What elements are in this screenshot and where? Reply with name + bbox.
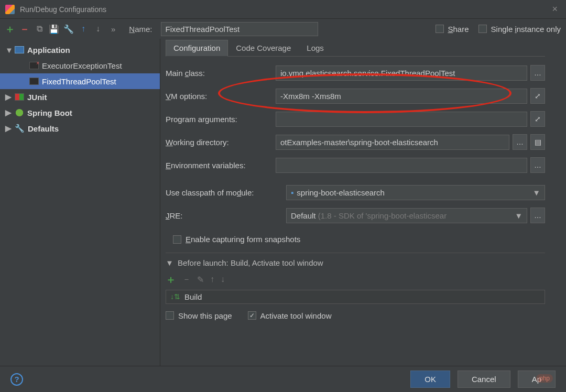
tree-label: Spring Boot: [27, 108, 72, 117]
tree-node-spring-boot[interactable]: ▶ Spring Boot: [0, 105, 160, 121]
move-task-up-icon[interactable]: ↑: [210, 275, 214, 284]
program-args-input[interactable]: [276, 112, 527, 127]
checkbox-icon: [478, 25, 487, 33]
expand-args-button[interactable]: ⤢: [530, 111, 545, 127]
window-title: Run/Debug Configurations: [20, 5, 549, 14]
classpath-label: Use classpath of module:: [166, 188, 286, 197]
name-input[interactable]: [161, 22, 318, 36]
activate-tool-checkbox[interactable]: Activate tool window: [248, 311, 332, 320]
build-task-row[interactable]: ↓⇅ Build: [166, 290, 545, 304]
program-args-label: Program arguments:: [166, 115, 276, 124]
java-error-icon: [29, 62, 39, 69]
more-icon[interactable]: »: [111, 25, 115, 34]
name-label: Name:: [129, 25, 152, 34]
before-launch-toolbar: ＋ － ✎ ↑ ↓: [166, 273, 545, 287]
classpath-select[interactable]: ▪ spring-boot-elasticsearch ▼: [286, 185, 545, 200]
dialog-footer: ? OK Cancel Ap php: [0, 366, 566, 392]
tab-logs[interactable]: Logs: [299, 40, 332, 56]
spring-icon: [15, 109, 24, 116]
activate-tool-label: Activate tool window: [260, 311, 332, 320]
single-instance-checkbox[interactable]: Single instance only: [478, 25, 561, 34]
main-class-input[interactable]: [276, 66, 527, 81]
env-vars-label: Environment variables:: [166, 161, 276, 170]
expand-icon: ▶: [5, 108, 12, 117]
title-bar: Run/Debug Configurations ×: [0, 0, 566, 19]
config-tree: ▼ Application ExecutorExceptionTest Fixe…: [0, 39, 160, 366]
tree-label: ExecutorExceptionTest: [42, 61, 122, 70]
snapshots-checkbox[interactable]: Enable capturing form snapshots: [173, 235, 300, 244]
working-dir-label: Working directory:: [166, 138, 276, 147]
toolbar: ＋ － ⧉ 💾 🔧 ↑ ↓ » Name: Share Single insta…: [0, 19, 566, 39]
add-config-icon[interactable]: ＋: [5, 24, 15, 34]
expand-icon: ▼: [166, 258, 173, 267]
expand-vm-options-button[interactable]: ⤢: [530, 88, 545, 104]
apply-button[interactable]: Ap php: [518, 371, 556, 388]
expand-icon: ▼: [5, 46, 12, 55]
share-checkbox[interactable]: Share: [436, 25, 469, 34]
history-working-dir-button[interactable]: ▤: [530, 134, 545, 150]
browse-jre-button[interactable]: …: [530, 208, 545, 223]
checkbox-checked-icon: [248, 311, 256, 320]
help-icon[interactable]: ?: [10, 373, 23, 386]
checkbox-icon: [166, 311, 174, 320]
module-icon: ▪: [291, 188, 293, 197]
ok-button[interactable]: OK: [410, 371, 450, 388]
tabs: Configuration Code Coverage Logs: [166, 40, 545, 57]
app-icon: [5, 5, 15, 14]
browse-main-class-button[interactable]: …: [530, 65, 545, 81]
edit-task-icon[interactable]: ✎: [197, 275, 204, 285]
application-icon: [15, 46, 24, 53]
before-launch-title[interactable]: ▼ Before launch: Build, Activate tool wi…: [166, 258, 545, 267]
move-down-icon[interactable]: ↓: [93, 24, 103, 34]
cancel-button[interactable]: Cancel: [458, 371, 510, 388]
junit-icon: [15, 93, 24, 101]
checkbox-icon: [173, 235, 181, 244]
env-vars-input[interactable]: [276, 158, 527, 173]
copy-config-icon[interactable]: ⧉: [35, 24, 44, 34]
tree-node-junit[interactable]: ▶ JUnit: [0, 89, 160, 105]
move-task-down-icon[interactable]: ↓: [221, 275, 225, 284]
add-task-icon[interactable]: ＋: [166, 273, 176, 287]
tree-label: Defaults: [28, 124, 59, 133]
browse-env-button[interactable]: …: [530, 157, 545, 173]
tree-node-fixed-thread-pool[interactable]: FixedThreadPoolTest: [0, 73, 160, 89]
expand-icon: ▶: [5, 124, 12, 133]
classpath-value: spring-boot-elasticsearch: [297, 188, 385, 197]
config-panel: Configuration Code Coverage Logs Main cl…: [160, 39, 566, 366]
chevron-down-icon: ▼: [515, 211, 523, 220]
tree-node-executor-exception[interactable]: ExecutorExceptionTest: [0, 58, 160, 73]
tree-label: Application: [27, 46, 70, 55]
php-badge: php: [536, 374, 553, 383]
tree-label: JUnit: [27, 93, 47, 102]
jre-value: Default (1.8 - SDK of 'spring-boot-elast…: [291, 211, 447, 220]
tree-node-defaults[interactable]: ▶ 🔧 Defaults: [0, 121, 160, 136]
working-dir-input[interactable]: [276, 135, 509, 150]
main-class-label: Main class:: [166, 69, 276, 78]
show-page-label: Show this page: [178, 311, 232, 320]
build-label: Build: [184, 292, 202, 301]
chevron-down-icon: ▼: [532, 188, 540, 197]
tree-node-application[interactable]: ▼ Application: [0, 42, 160, 58]
vm-options-input[interactable]: [276, 89, 527, 104]
tab-code-coverage[interactable]: Code Coverage: [228, 40, 299, 56]
tree-label: FixedThreadPoolTest: [42, 77, 116, 86]
jre-select[interactable]: Default (1.8 - SDK of 'spring-boot-elast…: [286, 208, 527, 223]
java-icon: [29, 78, 39, 85]
vm-options-label: VM options:: [166, 92, 276, 101]
browse-working-dir-button[interactable]: …: [513, 134, 527, 150]
defaults-icon: 🔧: [15, 124, 25, 133]
build-icon: ↓⇅: [170, 292, 180, 301]
checkbox-icon: [436, 25, 444, 33]
show-page-checkbox[interactable]: Show this page: [166, 311, 232, 320]
move-up-icon[interactable]: ↑: [79, 24, 88, 34]
wrench-icon[interactable]: 🔧: [64, 24, 73, 34]
close-icon[interactable]: ×: [549, 4, 561, 15]
tab-configuration[interactable]: Configuration: [166, 40, 228, 57]
jre-label: JRE:: [166, 211, 286, 220]
remove-task-icon[interactable]: －: [182, 274, 191, 285]
save-config-icon[interactable]: 💾: [49, 24, 59, 34]
remove-config-icon[interactable]: －: [20, 24, 29, 34]
expand-icon: ▶: [5, 92, 12, 102]
